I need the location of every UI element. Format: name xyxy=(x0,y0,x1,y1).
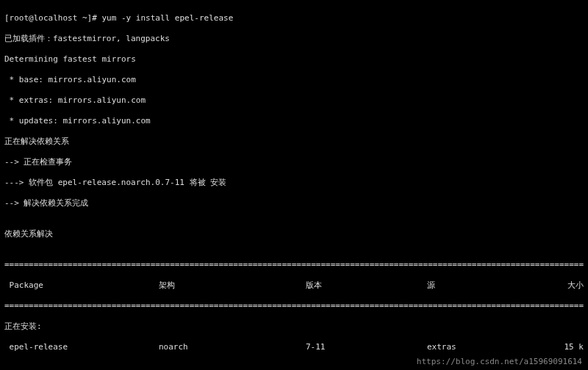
header-size: 大小 xyxy=(537,280,584,291)
blank-line xyxy=(4,363,584,370)
output-line: --> 正在检查事务 xyxy=(4,157,584,167)
cell-version: 7-11 xyxy=(306,342,427,352)
table-row: epel-release noarch 7-11 extras 15 k xyxy=(4,342,584,352)
output-line: * base: mirrors.aliyun.com xyxy=(4,75,584,85)
cell-arch: noarch xyxy=(159,342,306,352)
divider-line: ========================================… xyxy=(4,301,584,311)
divider-line: ========================================… xyxy=(4,260,584,270)
output-line: Determining fastest mirrors xyxy=(4,54,584,65)
shell-prompt: [root@localhost ~]# xyxy=(4,13,101,23)
header-version: 版本 xyxy=(306,280,427,291)
header-package: Package xyxy=(4,280,159,291)
output-line: 已加载插件：fastestmirror, langpacks xyxy=(4,34,584,44)
output-line: ---> 软件包 epel-release.noarch.0.7-11 将被 安… xyxy=(4,178,584,188)
terminal[interactable]: [root@localhost ~]# yum -y install epel-… xyxy=(0,0,588,370)
installing-header: 正在安装: xyxy=(4,322,584,332)
output-line: 依赖关系解决 xyxy=(4,229,584,239)
cell-package: epel-release xyxy=(4,342,159,352)
cell-size: 15 k xyxy=(537,342,584,352)
header-repo: 源 xyxy=(427,280,537,291)
cell-repo: extras xyxy=(427,342,537,352)
output-line: --> 解决依赖关系完成 xyxy=(4,198,584,208)
output-line: * updates: mirrors.aliyun.com xyxy=(4,116,584,126)
command-line: [root@localhost ~]# yum -y install epel-… xyxy=(4,13,584,23)
table-header-row: Package 架构 版本 源 大小 xyxy=(4,280,584,291)
typed-command: yum -y install epel-release xyxy=(101,13,233,23)
output-line: 正在解决依赖关系 xyxy=(4,137,584,147)
output-line: * extras: mirrors.aliyun.com xyxy=(4,95,584,106)
header-arch: 架构 xyxy=(159,280,306,291)
